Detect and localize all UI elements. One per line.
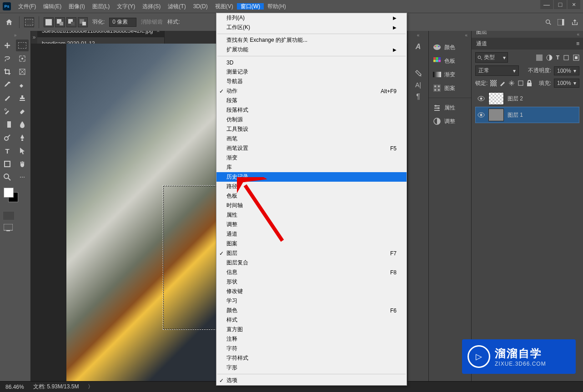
menu-item-字形[interactable]: 字形 (216, 363, 407, 372)
filter-shape-icon[interactable] (563, 55, 569, 61)
menu-item-扩展功能[interactable]: 扩展功能▶ (216, 45, 407, 55)
menu-3d[interactable]: 3D(D) (190, 3, 211, 10)
zoom-tool[interactable] (1, 171, 14, 183)
menu-窗口[interactable]: 窗口(W) (237, 3, 264, 10)
strip2-collapse[interactable]: « (429, 33, 471, 38)
panel-shortcut-渐变[interactable]: 渐变 (429, 68, 471, 81)
lock-artboard-icon[interactable] (518, 80, 524, 86)
status-arrow[interactable]: 〉 (88, 383, 93, 391)
menu-item-字符[interactable]: 字符 (216, 344, 407, 353)
menu-item-直方图[interactable]: 直方图 (216, 325, 407, 334)
menu-item-工作区(K)[interactable]: 工作区(K)▶ (216, 23, 407, 32)
filter-smart-icon[interactable] (573, 55, 579, 61)
menu-item-学习[interactable]: 学习 (216, 296, 407, 306)
menu-item-查找有关 Exchange 的扩展功能...[interactable]: 查找有关 Exchange 的扩展功能... (216, 35, 407, 45)
menu-item-颜色[interactable]: 颜色F6 (216, 306, 407, 315)
panel-shortcut-属性[interactable]: 属性 (429, 101, 471, 114)
screen-mode-icon[interactable] (4, 224, 30, 231)
gradient-tool[interactable] (1, 119, 14, 130)
opacity-input[interactable]: 100%▾ (554, 66, 579, 75)
feather-input[interactable] (109, 18, 136, 27)
share-icon[interactable] (571, 19, 578, 26)
menu-视图[interactable]: 视图(V) (211, 3, 237, 10)
blur-tool[interactable] (16, 119, 29, 130)
menu-item-仿制源[interactable]: 仿制源 (216, 115, 407, 124)
filter-pixel-icon[interactable] (536, 55, 543, 61)
new-selection-icon[interactable] (44, 17, 54, 27)
menu-item-字符样式[interactable]: 字符样式 (216, 353, 407, 363)
layer-name[interactable]: 图层 2 (508, 95, 523, 103)
type-tool[interactable]: T (1, 145, 14, 157)
menu-编辑[interactable]: 编辑(E) (40, 3, 65, 10)
healing-tool[interactable] (16, 79, 29, 91)
history-brush-tool[interactable] (1, 105, 14, 117)
menu-item-段落[interactable]: 段落 (216, 96, 407, 105)
menu-图层[interactable]: 图层(L) (89, 3, 114, 10)
menu-文字[interactable]: 文字(Y) (113, 3, 139, 10)
glyphs-panel-icon[interactable]: A| (413, 79, 424, 90)
selection-mode-icon[interactable] (24, 17, 34, 27)
zoom-level[interactable]: 86.46% (5, 384, 24, 390)
marquee-tool[interactable] (16, 40, 29, 51)
menu-文件[interactable]: 文件(F) (15, 3, 40, 10)
quick-select-tool[interactable] (16, 53, 29, 65)
hand-tool[interactable] (16, 158, 29, 170)
menu-item-工具预设[interactable]: 工具预设 (216, 124, 407, 134)
menu-item-形状[interactable]: 形状 (216, 277, 407, 287)
path-select-tool[interactable] (16, 145, 29, 157)
dodge-tool[interactable] (1, 132, 14, 144)
menu-帮助[interactable]: 帮助(H) (264, 3, 290, 10)
visibility-icon[interactable] (477, 95, 485, 102)
document-tab[interactable]: 3de9c82d158d0be11b68f0a19d8bc3e42fc.jpg× (37, 31, 165, 37)
menu-item-渐变[interactable]: 渐变 (216, 153, 407, 163)
menu-item-段落样式[interactable]: 段落样式 (216, 105, 407, 115)
menu-item-画笔[interactable]: 画笔 (216, 134, 407, 144)
menu-item-样式[interactable]: 样式 (216, 315, 407, 325)
brush-tool[interactable] (1, 92, 14, 104)
frame-tool[interactable] (16, 66, 29, 78)
menu-item-属性[interactable]: 属性 (216, 210, 407, 220)
color-swatches[interactable] (4, 188, 22, 206)
layer-thumbnail[interactable] (488, 92, 504, 105)
home-button[interactable] (4, 17, 15, 28)
menu-item-库[interactable]: 库 (216, 163, 407, 172)
menu-item-时间轴[interactable]: 时间轴 (216, 201, 407, 210)
workspace-switcher-icon[interactable] (558, 19, 566, 25)
menu-滤镜[interactable]: 滤镜(T) (164, 3, 189, 10)
menu-item-动作[interactable]: ✓动作Alt+F9 (216, 86, 407, 96)
fill-input[interactable]: 100%▾ (554, 79, 579, 88)
menu-选择[interactable]: 选择(S) (139, 3, 164, 10)
add-selection-icon[interactable] (55, 17, 65, 27)
layer-name[interactable]: 图层 1 (508, 111, 523, 119)
strip-collapse[interactable]: « (417, 33, 420, 38)
menu-item-测量记录[interactable]: 测量记录 (216, 67, 407, 77)
panel-shortcut-调整[interactable]: 调整 (429, 114, 471, 128)
subtract-selection-icon[interactable] (66, 17, 76, 27)
eyedropper-tool[interactable] (1, 79, 14, 91)
edit-toolbar[interactable]: ⋯ (16, 171, 29, 183)
stamp-tool[interactable] (16, 92, 29, 104)
standard-mode-button[interactable] (3, 211, 15, 220)
filter-type-select[interactable]: 类型 ▾ (475, 52, 508, 63)
collapse-arrows[interactable]: » (1, 33, 30, 38)
menu-item-历史记录[interactable]: 历史记录 (216, 172, 407, 182)
panel-shortcut-色板[interactable]: 色板 (429, 54, 471, 68)
lock-pixels-icon[interactable] (499, 80, 506, 86)
layer-thumbnail[interactable] (488, 109, 504, 121)
visibility-icon[interactable] (477, 111, 485, 119)
menu-item-图案[interactable]: 图案 (216, 239, 407, 248)
menu-item-调整[interactable]: 调整 (216, 220, 407, 229)
panel-shortcut-图案[interactable]: 图案 (429, 81, 471, 95)
menu-item-路径[interactable]: 路径 (216, 182, 407, 191)
lasso-tool[interactable] (1, 53, 14, 65)
menu-图像[interactable]: 图像(I) (65, 3, 88, 10)
search-icon[interactable] (545, 19, 552, 26)
crop-tool[interactable] (1, 66, 14, 78)
menu-item-3D[interactable]: 3D (216, 58, 407, 67)
document-size[interactable]: 文档: 5.93M/13.5M (33, 383, 79, 391)
foreground-color[interactable] (4, 188, 14, 198)
blend-mode-select[interactable]: 正常▾ (475, 65, 519, 76)
lock-all-icon[interactable] (527, 80, 532, 86)
menu-item-色板[interactable]: 色板 (216, 191, 407, 201)
menu-item-图层[interactable]: ✓图层F7 (216, 248, 407, 258)
